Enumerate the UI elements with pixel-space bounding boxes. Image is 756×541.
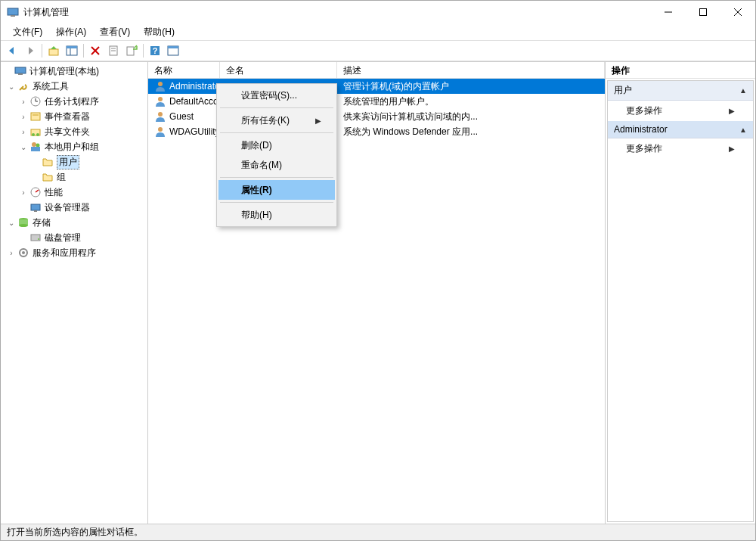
- menubar: 文件(F) 操作(A) 查看(V) 帮助(H): [1, 23, 755, 40]
- cell-text: DefaultAccount: [169, 96, 220, 107]
- expander-icon[interactable]: ›: [17, 113, 29, 121]
- minimize-button[interactable]: [651, 1, 686, 23]
- actions-group-users[interactable]: 用户 ▲: [608, 81, 753, 101]
- col-fullname[interactable]: 全名: [220, 62, 337, 78]
- up-button[interactable]: [45, 42, 62, 59]
- context-label: 设置密码(S)...: [241, 89, 297, 102]
- svg-text:?: ?: [153, 46, 158, 55]
- tree-local-users-groups[interactable]: ⌄ 本地用户和组: [1, 139, 147, 154]
- menu-view[interactable]: 查看(V): [94, 24, 136, 40]
- expander-icon[interactable]: ⌄: [17, 143, 29, 151]
- tree-task-scheduler[interactable]: › 任务计划程序: [1, 94, 147, 109]
- cell-name: Guest: [148, 110, 220, 123]
- context-set-password[interactable]: 设置密码(S)...: [218, 86, 335, 105]
- actions-group-label: 用户: [614, 84, 632, 97]
- toolbar-separator: [143, 44, 144, 58]
- svg-rect-35: [34, 210, 37, 212]
- context-rename[interactable]: 重命名(M): [218, 155, 335, 175]
- tree-label: 计算机管理(本地): [29, 65, 102, 78]
- col-description[interactable]: 描述: [337, 62, 605, 78]
- svg-point-40: [38, 238, 39, 240]
- actions-panel: 操作 用户 ▲ 更多操作 ▶ Administrator ▲ 更多操作 ▶: [606, 62, 755, 524]
- expander-icon[interactable]: ›: [17, 98, 29, 106]
- services-icon: [17, 247, 29, 259]
- show-hide-tree-button[interactable]: [64, 42, 80, 59]
- help-button[interactable]: ?: [147, 42, 163, 59]
- event-icon: [29, 110, 42, 123]
- svg-point-42: [22, 251, 25, 254]
- svg-point-43: [158, 82, 163, 86]
- list-header: 名称 全名 描述: [148, 62, 605, 79]
- tree-device-manager[interactable]: 设备管理器: [1, 200, 147, 215]
- tree-groups[interactable]: 组: [1, 169, 147, 185]
- svg-rect-34: [31, 204, 40, 210]
- tree-root[interactable]: 计算机管理(本地): [1, 64, 147, 79]
- user-icon: [154, 80, 166, 92]
- tree-label: 组: [57, 171, 69, 184]
- svg-rect-21: [18, 73, 23, 75]
- tree-storage[interactable]: ⌄ 存储: [1, 215, 147, 230]
- disk-icon: [29, 232, 42, 244]
- tree-services-apps[interactable]: › 服务和应用程序: [1, 245, 147, 260]
- cell-text: WDAGUtilityAccount: [169, 126, 220, 137]
- clock-icon: [29, 95, 42, 107]
- cell-text: Administrator: [169, 81, 220, 92]
- console-tree[interactable]: 计算机管理(本地) ⌄ 系统工具 › 任务计划程序 › 事件查看器 › 共享文件…: [1, 62, 148, 524]
- menu-file[interactable]: 文件(F): [7, 24, 48, 40]
- svg-point-45: [158, 112, 163, 117]
- list-view-button[interactable]: [165, 42, 181, 59]
- tree-performance[interactable]: › 性能: [1, 185, 147, 200]
- device-icon: [29, 201, 42, 213]
- chevron-right-icon: ▶: [315, 117, 321, 125]
- context-help[interactable]: 帮助(H): [218, 205, 335, 225]
- tree-label: 磁盘管理: [45, 232, 84, 244]
- tree-label: 设备管理器: [45, 201, 93, 214]
- toolbar-separator: [83, 44, 84, 58]
- cell-description: 系统为 Windows Defender 应用...: [337, 126, 605, 138]
- app-icon: [7, 6, 19, 18]
- context-properties[interactable]: 属性(R): [218, 180, 335, 200]
- tree-event-viewer[interactable]: › 事件查看器: [1, 109, 147, 124]
- tree-system-tools[interactable]: ⌄ 系统工具: [1, 79, 147, 94]
- tools-icon: [17, 80, 29, 92]
- statusbar: 打开当前所选内容的属性对话框。: [1, 524, 755, 540]
- expander-icon[interactable]: ⌄: [5, 82, 17, 91]
- tree-shared-folders[interactable]: › 共享文件夹: [1, 124, 147, 139]
- cell-description: 系统管理的用户帐户。: [337, 95, 605, 108]
- toolbar-separator: [42, 44, 42, 58]
- cell-name: WDAGUtilityAccount: [148, 126, 220, 138]
- svg-point-44: [158, 97, 163, 101]
- close-button[interactable]: [720, 1, 755, 23]
- actions-group-administrator[interactable]: Administrator ▲: [608, 121, 753, 138]
- menu-help[interactable]: 帮助(H): [138, 24, 181, 40]
- expander-icon[interactable]: ⌄: [5, 219, 17, 227]
- statusbar-text: 打开当前所选内容的属性对话框。: [7, 526, 143, 539]
- computer-icon: [14, 65, 26, 77]
- forward-button[interactable]: [22, 42, 39, 59]
- back-button[interactable]: [4, 42, 20, 59]
- export-button[interactable]: [123, 42, 140, 59]
- maximize-button[interactable]: [686, 1, 720, 23]
- context-label: 删除(D): [241, 139, 272, 152]
- properties-button[interactable]: [105, 42, 122, 59]
- tree-label: 系统工具: [33, 80, 72, 93]
- expander-icon[interactable]: ›: [17, 128, 29, 136]
- expander-icon[interactable]: ›: [17, 188, 29, 197]
- context-all-tasks[interactable]: 所有任务(K)▶: [218, 110, 335, 130]
- actions-more-2[interactable]: 更多操作 ▶: [608, 138, 753, 159]
- actions-more-1[interactable]: 更多操作 ▶: [608, 101, 753, 121]
- tree-users[interactable]: 用户: [1, 154, 147, 169]
- tree-label: 事件查看器: [45, 110, 93, 123]
- delete-button[interactable]: [87, 42, 104, 59]
- svg-rect-0: [8, 8, 18, 15]
- tree-label: 服务和应用程序: [33, 247, 99, 260]
- users-icon: [29, 141, 42, 153]
- tree-label: 本地用户和组: [45, 141, 102, 154]
- menu-action[interactable]: 操作(A): [50, 24, 92, 40]
- folder-icon: [42, 171, 54, 183]
- col-name[interactable]: 名称: [148, 62, 220, 78]
- actions-body: 用户 ▲ 更多操作 ▶ Administrator ▲ 更多操作 ▶: [607, 80, 754, 522]
- tree-disk-management[interactable]: 磁盘管理: [1, 230, 147, 245]
- context-delete[interactable]: 删除(D): [218, 135, 335, 155]
- expander-icon[interactable]: ›: [5, 249, 17, 257]
